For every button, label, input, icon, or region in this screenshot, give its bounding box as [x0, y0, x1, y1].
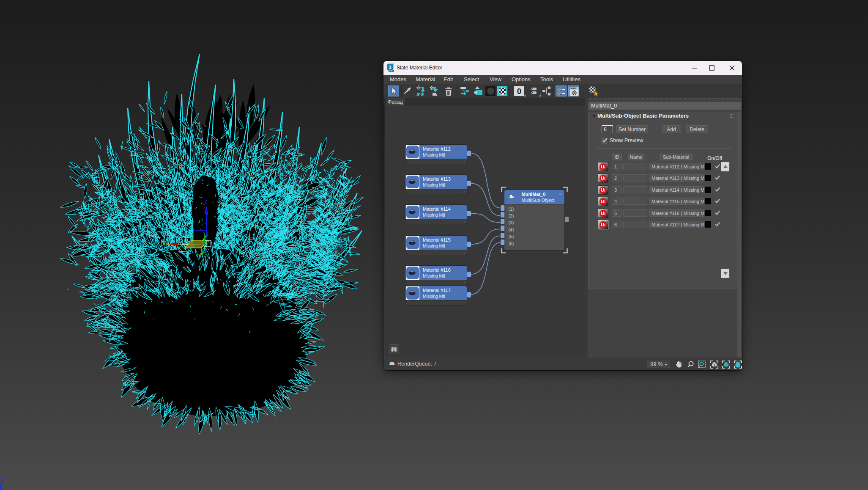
svg-text:MAX: MAX	[389, 70, 393, 72]
svg-text:0: 0	[517, 87, 522, 96]
svg-text:Z: Z	[205, 200, 207, 204]
svg-text:Y: Y	[198, 254, 201, 259]
svg-text:X: X	[162, 239, 164, 243]
svg-text:Z: Z	[0, 476, 4, 483]
svg-text:3: 3	[389, 65, 391, 70]
